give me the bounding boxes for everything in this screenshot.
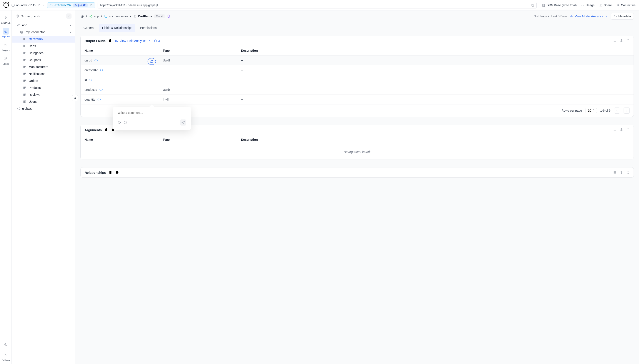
send-button[interactable]: [180, 120, 186, 126]
sidebar-item-categories[interactable]: Categories: [12, 50, 75, 56]
sidebar-item-products[interactable]: Products: [12, 84, 75, 91]
clipboard-icon[interactable]: [108, 170, 112, 174]
usage-button[interactable]: Usage: [581, 4, 594, 7]
tree-globals[interactable]: globals: [12, 105, 75, 112]
table-row[interactable]: createdAt--: [81, 65, 633, 75]
table-row[interactable]: id--: [81, 75, 633, 85]
analytics-label: View Model Analytics: [575, 14, 603, 18]
svg-rect-1: [531, 4, 533, 6]
code-icon: [97, 98, 101, 101]
svg-point-25: [19, 108, 20, 108]
sidebar-item-label: Notifications: [29, 72, 45, 76]
field-desc: --: [241, 88, 630, 92]
rail-explorer[interactable]: Explorer: [0, 28, 12, 38]
svg-point-12: [19, 26, 20, 26]
usage-text: No Usage in Last 5 Days: [534, 14, 567, 18]
tab-fields[interactable]: Fields & Relationships: [99, 24, 135, 32]
clipboard-icon[interactable]: [167, 14, 170, 18]
tab-permissions[interactable]: Permissions: [137, 24, 160, 32]
expand-rows-icon[interactable]: [620, 171, 623, 174]
rows-per-page-select[interactable]: 10: [585, 108, 597, 113]
url-box[interactable]: https://on-jackal-1115.ddn.hasura.app/gr…: [98, 2, 536, 8]
list-icon[interactable]: [613, 171, 617, 174]
svg-rect-37: [105, 128, 107, 131]
tab-general[interactable]: General: [80, 24, 97, 32]
code-icon: [94, 59, 98, 62]
rail-builds[interactable]: Builds: [0, 56, 12, 65]
relationships-title: Relationships: [85, 171, 106, 174]
emoji-icon[interactable]: [124, 121, 127, 124]
view-field-analytics[interactable]: View Field Analytics: [115, 39, 151, 42]
svg-point-24: [17, 108, 18, 109]
view-model-analytics[interactable]: View Model Analytics: [570, 14, 608, 18]
rail-graphiql[interactable]: GraphiQL: [0, 14, 12, 24]
sidebar-item-notifications[interactable]: Notifications: [12, 70, 75, 77]
rail-theme[interactable]: [0, 341, 12, 348]
fullscreen-icon[interactable]: [626, 171, 630, 174]
clipboard-icon[interactable]: [104, 128, 108, 132]
svg-point-11: [19, 24, 20, 25]
rail-explorer-label: Explorer: [2, 36, 10, 38]
sidebar-item-manufacturers[interactable]: Manufacturers: [12, 64, 75, 70]
clipboard-icon[interactable]: [108, 39, 112, 43]
next-page-button[interactable]: [623, 108, 630, 114]
updown-icon: [37, 4, 41, 7]
sidebar-item-reviews[interactable]: Reviews: [12, 91, 75, 98]
api-badge[interactable]: ef0dbd7292 Project API: [47, 2, 95, 8]
sidebar-item-carts[interactable]: Carts: [12, 42, 75, 50]
sidebar-item-label: Orders: [29, 79, 38, 82]
table-icon: [133, 14, 137, 18]
fullscreen-icon[interactable]: [626, 39, 630, 42]
comment-count[interactable]: 3: [154, 39, 160, 42]
globe-icon[interactable]: [80, 14, 84, 18]
share-button[interactable]: Share: [599, 4, 612, 7]
sidebar-item-coupons[interactable]: Coupons: [12, 56, 75, 64]
rail-settings[interactable]: Settings: [0, 352, 12, 362]
code-icon: [100, 68, 103, 72]
rail-insights[interactable]: Insights: [0, 42, 12, 52]
table-row[interactable]: productIdUuid!--: [81, 85, 633, 94]
sidebar-item-users[interactable]: Users: [12, 98, 75, 105]
chart-icon: [570, 14, 573, 18]
sidebar-item-orders[interactable]: Orders: [12, 77, 75, 84]
bc-connector[interactable]: my_connector: [104, 14, 128, 18]
rail-builds-label: Builds: [3, 63, 9, 65]
expand-rows-icon[interactable]: [620, 128, 623, 132]
comment-icon[interactable]: [115, 170, 119, 174]
col-type: Type: [163, 49, 241, 52]
svg-rect-2: [542, 4, 544, 6]
svg-point-35: [119, 122, 120, 123]
svg-rect-20: [24, 80, 26, 82]
sidebar-item-cartitems[interactable]: CartItems: [12, 36, 75, 42]
copy-icon[interactable]: [531, 4, 534, 7]
bc-app[interactable]: app: [89, 14, 99, 18]
list-icon[interactable]: [613, 39, 617, 42]
output-fields-card: Output Fields View Field Analytics 3: [80, 36, 634, 117]
metadata-button[interactable]: Metadata: [611, 13, 634, 20]
contact-button[interactable]: Contact us: [616, 4, 635, 7]
table-row[interactable]: quantityInt4!--: [81, 94, 633, 104]
project-selector[interactable]: on-jackal-1115: [11, 4, 41, 7]
plan-button[interactable]: DDN Base (Free Trial): [542, 4, 577, 7]
expand-rows-icon[interactable]: [620, 39, 623, 42]
bc-model-label: CartItems: [138, 14, 152, 18]
fullscreen-icon[interactable]: [626, 128, 630, 132]
supergraph-header[interactable]: Supergraph: [12, 10, 75, 22]
graphql-url: https://on-jackal-1115.ddn.hasura.app/gr…: [100, 4, 158, 7]
collapse-sidebar-button[interactable]: [72, 95, 78, 101]
svg-point-26: [19, 109, 20, 110]
tree-connector[interactable]: my_connector: [12, 29, 75, 36]
mention-icon[interactable]: [118, 121, 121, 124]
tree-app[interactable]: app: [12, 22, 75, 29]
moon-icon: [4, 343, 8, 346]
chevron-down-icon[interactable]: [66, 14, 72, 19]
project-name: on-jackal-1115: [16, 4, 36, 7]
comment-input[interactable]: [118, 111, 186, 116]
row-comment-button[interactable]: [148, 58, 156, 65]
table-row[interactable]: cartIdUuid!--: [81, 56, 633, 65]
prev-page-button[interactable]: [614, 108, 620, 114]
svg-point-36: [124, 121, 127, 124]
list-icon[interactable]: [613, 128, 617, 132]
globe-icon: [16, 14, 19, 18]
comment-count-num: 3: [158, 39, 160, 42]
